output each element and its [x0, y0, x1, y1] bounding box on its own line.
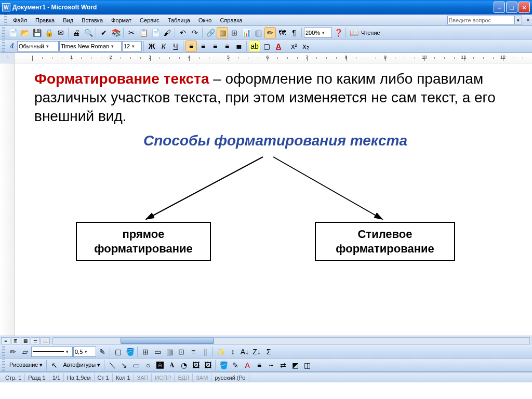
new-doc-icon[interactable]: 📄 — [7, 27, 19, 38]
superscript-button[interactable]: x² — [288, 41, 300, 52]
toolbar-grip[interactable] — [2, 41, 5, 52]
reading-layout-icon[interactable]: 📖 — [348, 27, 360, 38]
minimize-button[interactable]: – — [494, 2, 505, 13]
ask-question-dropdown[interactable]: ▾ — [515, 16, 522, 24]
arrow-icon[interactable]: ↘ — [118, 360, 130, 371]
dash-style-icon[interactable]: ┅ — [265, 360, 277, 371]
normal-view-button[interactable]: ≡ — [1, 337, 10, 344]
outline-view-button[interactable]: ☰ — [31, 337, 40, 344]
oval-icon[interactable]: ○ — [142, 360, 154, 371]
ruler-corner[interactable]: └ — [0, 53, 15, 63]
sort-asc-icon[interactable]: A↓ — [239, 346, 250, 357]
outside-border-icon[interactable]: ▢ — [112, 346, 124, 357]
underline-button[interactable]: Ч — [170, 41, 181, 52]
cut-icon[interactable]: ✂ — [126, 27, 137, 38]
paste-icon[interactable]: 📄 — [150, 27, 161, 38]
shading-color-icon[interactable]: 🪣 — [124, 346, 136, 357]
align-right-button[interactable]: ≡ — [209, 41, 221, 52]
distribute-rows-icon[interactable]: ≡ — [188, 346, 199, 357]
open-icon[interactable]: 📂 — [19, 27, 31, 38]
menu-table[interactable]: Таблица — [164, 16, 194, 24]
print-view-button[interactable]: ▦ — [21, 337, 30, 344]
horizontal-scrollbar[interactable] — [52, 337, 530, 344]
subscript-button[interactable]: x₂ — [300, 41, 312, 52]
sort-desc-icon[interactable]: Z↓ — [251, 346, 262, 357]
box-direct-formatting[interactable]: прямое форматирование — [76, 222, 211, 261]
insert-table-icon2[interactable]: ⊞ — [140, 346, 151, 357]
print-preview-icon[interactable]: 🔍 — [83, 27, 94, 38]
autosum-icon[interactable]: Σ — [263, 346, 274, 357]
box-style-formatting[interactable]: Стилевое форматирование — [315, 222, 455, 261]
insert-table-icon[interactable]: ⊞ — [229, 27, 240, 38]
web-view-button[interactable]: ⊞ — [11, 337, 20, 344]
menu-help[interactable]: Справка — [216, 16, 246, 24]
toolbar-grip[interactable] — [2, 346, 5, 357]
text-direction-icon[interactable]: ↕ — [227, 346, 238, 357]
align-center-button[interactable]: ≡ — [197, 41, 209, 52]
vertical-ruler[interactable] — [0, 63, 15, 336]
shadow-icon[interactable]: ◩ — [289, 360, 301, 371]
columns-icon[interactable]: ▥ — [252, 27, 264, 38]
insert-worksheet-icon[interactable]: 📊 — [241, 27, 252, 38]
highlight-button[interactable]: ab — [249, 41, 260, 52]
status-rec[interactable]: ЗАП — [134, 374, 152, 382]
drawing-icon[interactable]: ✏ — [264, 27, 276, 38]
menu-format[interactable]: Формат — [107, 16, 136, 24]
align-left-button[interactable]: ≡ — [185, 41, 197, 52]
menu-insert[interactable]: Вставка — [77, 16, 107, 24]
show-marks-icon[interactable]: ¶ — [288, 27, 300, 38]
eraser-icon[interactable]: ▱ — [19, 346, 31, 357]
menu-edit[interactable]: Правка — [31, 16, 59, 24]
hyperlink-icon[interactable]: 🔗 — [205, 27, 216, 38]
select-objects-icon[interactable]: ↖ — [49, 360, 60, 371]
italic-button[interactable]: К — [158, 41, 169, 52]
merge-cells-icon[interactable]: ▭ — [152, 346, 163, 357]
style-combo[interactable]: Обычный▾ — [17, 41, 59, 51]
toolbar-grip[interactable] — [2, 27, 5, 38]
zoom-combo[interactable]: 200%▾ — [304, 28, 332, 38]
save-icon[interactable]: 💾 — [31, 27, 43, 38]
research-icon[interactable]: 📚 — [110, 27, 122, 38]
autoshapes-menu[interactable]: Автофигуры ▾ — [61, 362, 102, 368]
picture-icon[interactable]: 🖼 — [202, 360, 214, 371]
print-icon[interactable]: 🖨 — [71, 27, 82, 38]
line-icon[interactable]: ＼ — [107, 360, 118, 371]
fill-color-icon[interactable]: 🪣 — [218, 360, 229, 371]
menu-view[interactable]: Вид — [59, 16, 77, 24]
spellcheck-icon[interactable]: ✔ — [98, 27, 110, 38]
line-style-combo[interactable]: ▾ — [31, 347, 73, 357]
tables-borders-icon[interactable]: ▦ — [217, 27, 228, 38]
help-icon[interactable]: ❓ — [332, 27, 344, 38]
line-weight-combo[interactable]: 0,5▾ — [73, 347, 96, 357]
distribute-cols-icon[interactable]: ∥ — [200, 346, 211, 357]
permission-icon[interactable]: 🔒 — [43, 27, 55, 38]
border-color-icon[interactable]: ✎ — [97, 346, 108, 357]
wordart-icon[interactable]: 𝐀 — [166, 360, 178, 371]
clipart-icon[interactable]: 🖼 — [190, 360, 202, 371]
draw-table-icon[interactable]: ✏ — [7, 346, 19, 357]
border-button[interactable]: ▢ — [261, 41, 272, 52]
doc-close-button[interactable]: × — [526, 17, 530, 24]
undo-icon[interactable]: ↶ — [177, 27, 189, 38]
reading-view-button[interactable]: 📖 — [41, 337, 50, 344]
copy-icon[interactable]: 📋 — [138, 27, 149, 38]
status-ovr[interactable]: ЗАМ — [193, 374, 211, 382]
styles-pane-icon[interactable]: 4 — [7, 41, 17, 52]
line-spacing-button[interactable]: ≣ — [233, 41, 245, 52]
close-button[interactable]: × — [518, 2, 530, 13]
horizontal-ruler[interactable]: 12345678910111213 — [15, 53, 532, 63]
document-area[interactable]: Форматирование текста – оформление по ка… — [15, 63, 532, 336]
menu-window[interactable]: Окно — [194, 16, 216, 24]
diagram-icon[interactable]: ◔ — [178, 360, 190, 371]
ask-question-input[interactable] — [447, 16, 515, 24]
textbox-icon[interactable]: 🅰 — [154, 360, 166, 371]
toolbar-grip[interactable] — [2, 360, 5, 371]
3d-icon[interactable]: ◫ — [301, 360, 313, 371]
doc-map-icon[interactable]: 🗺 — [276, 27, 288, 38]
align-justify-button[interactable]: ≡ — [221, 41, 233, 52]
menu-file[interactable]: Файл — [9, 16, 31, 24]
format-painter-icon[interactable]: 🖌 — [162, 27, 173, 38]
maximize-button[interactable]: □ — [506, 2, 517, 13]
font-color-button[interactable]: A — [273, 41, 284, 52]
redo-icon[interactable]: ↷ — [189, 27, 201, 38]
